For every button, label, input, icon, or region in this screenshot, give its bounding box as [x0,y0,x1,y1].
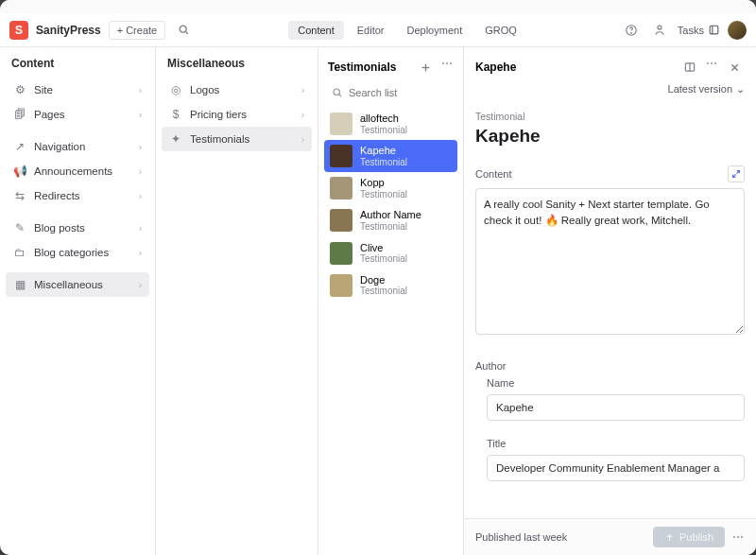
sidebar-item-pages[interactable]: 🗐Pages› [6,102,149,127]
create-button[interactable]: + Create [109,21,165,40]
search-input[interactable] [328,83,454,102]
sidebar-item-miscellaneous[interactable]: ▦Miscellaneous› [6,272,149,297]
published-status: Published last week [475,531,567,543]
version-selector[interactable]: Latest version ⌄ [464,81,756,105]
item-label: Pages [34,109,65,120]
document-more-button[interactable]: ⋯ [706,57,718,78]
item-icon: ✎ [13,221,26,234]
nav-content[interactable]: Content [288,21,344,40]
svg-point-3 [631,32,632,33]
column-content: Content ⚙Site›🗐Pages›↗Navigation›📢Announ… [0,47,156,555]
create-label: Create [126,25,157,36]
testimonial-sub: Testimonial [360,253,407,265]
chevron-right-icon: › [139,110,142,120]
chevron-right-icon: › [139,248,142,258]
item-icon: 🗐 [13,108,26,121]
item-label: Announcements [34,165,112,177]
testimonial-item[interactable]: alloftechTestimonial [324,108,457,140]
chevron-right-icon: › [139,223,142,234]
content-textarea[interactable] [475,188,745,335]
testimonial-name: Doge [360,274,407,286]
sidebar-item-announcements[interactable]: 📢Announcements› [6,159,149,183]
misc-item-logos[interactable]: ◎Logos› [162,78,312,102]
column-content-header: Content [0,47,155,78]
chevron-right-icon: › [139,142,142,152]
name-input[interactable] [487,394,745,421]
author-section-label: Author [475,360,745,372]
expand-content-button[interactable] [728,165,745,182]
testimonial-item[interactable]: KoppTestimonial [324,172,457,204]
panel-split-button[interactable] [679,57,700,78]
testimonial-thumb [330,274,352,297]
testimonial-item[interactable]: Author NameTestimonial [324,204,457,236]
item-label: Redirects [34,190,80,201]
publish-icon [664,532,675,543]
title-field-label: Title [487,438,745,449]
item-label: Site [34,84,53,95]
document-body: Testimonial Kapehe Content Author Name T… [464,105,756,518]
top-right-tools: Tasks [621,20,747,41]
item-icon: ✦ [169,132,182,146]
testimonial-thumb [330,113,352,135]
sidebar-item-blog-posts[interactable]: ✎Blog posts› [6,216,149,240]
document-type: Testimonial [475,111,745,122]
search-icon [332,87,343,98]
plus-icon [420,61,432,74]
close-icon [729,61,741,74]
testimonial-name: Kapehe [360,145,407,157]
item-icon: $ [169,108,182,121]
svg-point-4 [658,26,662,29]
item-label: Miscellaneous [34,279,103,290]
testimonial-item[interactable]: DogeTestimonial [324,269,457,302]
testimonial-item[interactable]: KapeheTestimonial [324,140,457,172]
sidebar-item-site[interactable]: ⚙Site› [6,78,149,102]
item-icon: ⚙ [13,83,26,96]
nav-editor[interactable]: Editor [348,21,394,40]
sidebar-item-redirects[interactable]: ⇆Redirects› [6,183,149,208]
title-input[interactable] [487,455,745,481]
user-avatar[interactable] [728,21,747,40]
item-icon: ↗ [13,140,26,153]
sidebar-item-blog-categories[interactable]: 🗀Blog categories› [6,240,149,265]
workspace: Content ⚙Site›🗐Pages›↗Navigation›📢Announ… [0,47,756,555]
plus-icon: + [117,25,123,36]
misc-item-testimonials[interactable]: ✦Testimonials› [162,127,312,151]
content-field-label: Content [475,165,745,182]
activity-icon [653,24,666,37]
misc-list: ◎Logos›$Pricing tiers›✦Testimonials› [156,78,318,157]
testimonial-thumb [330,209,352,232]
chevron-right-icon: › [301,110,304,120]
document-footer: Published last week Publish ⋯ [464,518,756,555]
testimonial-name: alloftech [360,113,407,125]
testimonial-thumb [330,177,352,199]
close-panel-button[interactable] [724,57,745,78]
footer-more-button[interactable]: ⋯ [732,530,745,544]
testimonial-sub: Testimonial [360,189,407,200]
nav-groq[interactable]: GROQ [475,21,526,40]
testimonial-name: Clive [360,242,407,254]
nav-deployment[interactable]: Deployment [398,21,472,40]
testimonial-thumb [330,145,352,167]
item-label: Logos [190,84,219,95]
help-button[interactable] [621,20,642,41]
item-icon: ⇆ [13,189,26,202]
app-window: S SanityPress + Create Content Editor De… [0,0,756,555]
tasks-button[interactable]: Tasks [678,24,720,36]
testimonial-item[interactable]: CliveTestimonial [324,237,457,269]
search-button[interactable] [173,20,194,41]
testimonial-name: Kopp [360,177,407,189]
testimonials-list: alloftechTestimonialKapeheTestimonialKop… [318,108,463,302]
app-name: SanityPress [36,24,101,37]
document-header-title: Kapehe [475,61,516,74]
item-label: Blog categories [34,247,109,258]
sidebar-item-navigation[interactable]: ↗Navigation› [6,134,149,159]
item-label: Pricing tiers [190,109,247,120]
activity-button[interactable] [649,20,670,41]
publish-button[interactable]: Publish [653,527,725,547]
misc-item-pricing-tiers[interactable]: $Pricing tiers› [162,102,312,127]
testimonials-title: Testimonials [328,61,396,74]
testimonials-more-button[interactable]: ⋯ [441,57,454,78]
add-testimonial-button[interactable] [415,57,436,78]
item-label: Blog posts [34,222,85,234]
svg-rect-5 [710,26,718,34]
